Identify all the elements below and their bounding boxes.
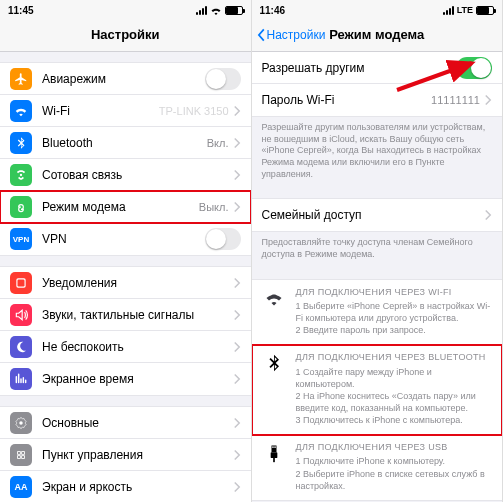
row-control-center[interactable]: Пункт управления [0,439,251,471]
instr-caption: ДЛЯ ПОДКЛЮЧЕНИЯ ЧЕРЕЗ USB [296,441,493,453]
row-label: Основные [42,416,233,430]
row-wifi[interactable]: Wi-Fi TP-LINK 3150 [0,95,251,127]
chevron-right-icon [233,201,241,213]
row-allow-others[interactable]: Разрешать другим [252,52,503,84]
navbar: Настройки Режим модема [252,18,503,52]
wifi-status-icon [210,6,222,15]
row-general[interactable]: Основные [0,407,251,439]
row-label: Сотовая связь [42,168,233,182]
row-hotspot[interactable]: Режим модема Выкл. [0,191,251,223]
row-dnd[interactable]: Не беспокоить [0,331,251,363]
row-label: Режим модема [42,200,199,214]
dnd-icon [10,336,32,358]
instr-line: 2 На iPhone коснитесь «Создать пару» или… [296,391,476,413]
bluetooth-icon [10,132,32,154]
svg-rect-5 [274,447,275,449]
vpn-toggle[interactable] [205,228,241,250]
row-label: Не беспокоить [42,340,233,354]
display-icon: AA [10,476,32,498]
status-bar: 11:45 [0,0,251,18]
chevron-right-icon [233,373,241,385]
row-label: Wi-Fi [42,104,159,118]
page-title: Настройки [91,27,160,42]
status-time: 11:46 [260,5,286,16]
chevron-right-icon [233,137,241,149]
row-label: Экран и яркость [42,480,233,494]
svg-rect-7 [273,458,275,462]
row-family-sharing[interactable]: Семейный доступ [252,199,503,231]
status-bar: 11:46 LTE [252,0,503,18]
row-bluetooth[interactable]: Bluetooth Вкл. [0,127,251,159]
row-value: TP-LINK 3150 [159,105,229,117]
hotspot-icon [10,196,32,218]
vpn-icon: VPN [10,228,32,250]
svg-rect-3 [271,446,276,453]
row-notifications[interactable]: Уведомления [0,267,251,299]
wifi-icon [262,286,286,337]
row-label: Пароль Wi-Fi [262,93,432,107]
row-sounds[interactable]: Звуки, тактильные сигналы [0,299,251,331]
row-screentime[interactable]: Экранное время [0,363,251,395]
instr-line: 1 Создайте пару между iPhone и компьютер… [296,367,432,389]
chevron-right-icon [233,341,241,353]
svg-rect-4 [272,447,273,449]
battery-icon [476,6,494,15]
chevron-right-icon [484,209,492,221]
wifi-icon [10,100,32,122]
chevron-right-icon [233,105,241,117]
row-label: Пункт управления [42,448,233,462]
settings-root-screen: 11:45 Настройки Авиарежим Wi-Fi TP-LINK … [0,0,252,502]
instructions-wifi: ДЛЯ ПОДКЛЮЧЕНИЯ ЧЕРЕЗ WI-FI 1 Выберите «… [252,280,503,346]
control-center-icon [10,444,32,466]
back-label: Настройки [267,28,326,42]
row-vpn[interactable]: VPN VPN [0,223,251,255]
family-note: Предоставляйте точку доступа членам Семе… [252,232,503,268]
row-value: 11111111 [431,94,480,106]
row-label: Уведомления [42,276,233,290]
airplane-toggle[interactable] [205,68,241,90]
chevron-right-icon [233,449,241,461]
page-title: Режим модема [329,27,424,42]
navbar: Настройки [0,18,251,52]
chevron-left-icon [256,28,266,42]
instr-caption: ДЛЯ ПОДКЛЮЧЕНИЯ ЧЕРЕЗ BLUETOOTH [296,351,493,363]
chevron-right-icon [233,481,241,493]
status-network: LTE [457,5,473,15]
instr-line: 1 Выберите «iPhone Сергей» в настройках … [296,301,491,323]
row-label: Разрешать другим [262,61,457,75]
chevron-right-icon [233,309,241,321]
usb-icon [262,441,286,492]
allow-others-toggle[interactable] [456,57,492,79]
instr-line: 2 Введите пароль при запросе. [296,325,426,335]
general-icon [10,412,32,434]
instr-line: 1 Подключите iPhone к компьютеру. [296,456,445,466]
row-wifi-password[interactable]: Пароль Wi-Fi 11111111 [252,84,503,116]
chevron-right-icon [233,417,241,429]
signal-icon [196,6,207,15]
allow-note: Разрешайте другим пользователям или устр… [252,117,503,188]
chevron-right-icon [484,94,492,106]
chevron-right-icon [233,277,241,289]
row-label: Авиарежим [42,72,205,86]
instr-caption: ДЛЯ ПОДКЛЮЧЕНИЯ ЧЕРЕЗ WI-FI [296,286,493,298]
row-label: VPN [42,232,205,246]
airplane-icon [10,68,32,90]
instr-line: 3 Подключитесь к iPhone с компьютера. [296,415,463,425]
svg-rect-6 [270,452,277,458]
svg-point-2 [19,421,23,425]
instr-line: 2 Выберите iPhone в списке сетевых служб… [296,469,485,491]
back-button[interactable]: Настройки [256,28,326,42]
row-label: Звуки, тактильные сигналы [42,308,233,322]
instructions-bluetooth: ДЛЯ ПОДКЛЮЧЕНИЯ ЧЕРЕЗ BLUETOOTH 1 Создай… [252,345,503,435]
chevron-right-icon [233,169,241,181]
instructions-usb: ДЛЯ ПОДКЛЮЧЕНИЯ ЧЕРЕЗ USB 1 Подключите i… [252,435,503,500]
status-time: 11:45 [8,5,34,16]
row-airplane[interactable]: Авиарежим [0,63,251,95]
row-label: Bluetooth [42,136,207,150]
battery-icon [225,6,243,15]
sounds-icon [10,304,32,326]
screentime-icon [10,368,32,390]
row-display[interactable]: AA Экран и яркость [0,471,251,502]
row-cellular[interactable]: Сотовая связь [0,159,251,191]
row-value: Выкл. [199,201,229,213]
